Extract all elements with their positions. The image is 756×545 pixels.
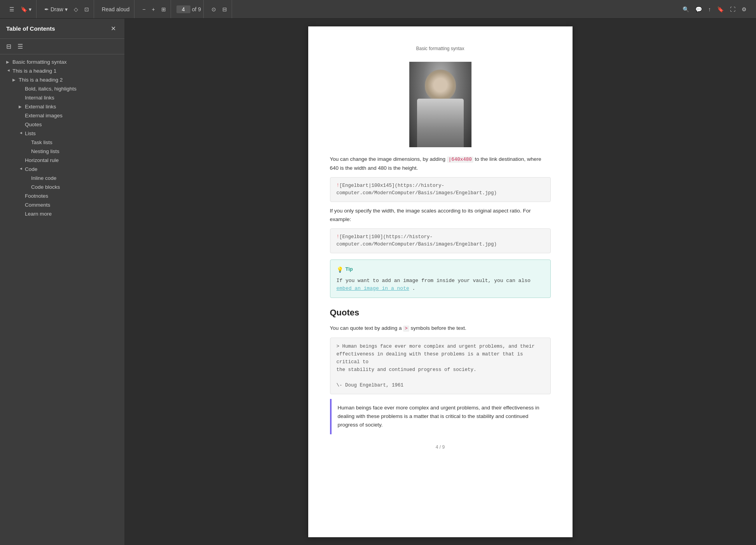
- toc-item-quotes[interactable]: Quotes: [0, 120, 124, 129]
- fullscreen-icon: ⛶: [730, 6, 735, 12]
- fit-page-icon: ⊞: [161, 6, 166, 12]
- layout-button[interactable]: ⊡: [82, 5, 91, 14]
- quotes-heading: Quotes: [330, 306, 551, 319]
- toc-item-footnotes[interactable]: Footnotes: [0, 192, 124, 200]
- toolbar-group-read: Read aloud: [97, 0, 135, 18]
- compare-button[interactable]: ⊟: [220, 5, 229, 14]
- toc-label-h1: This is a heading 1: [12, 68, 121, 74]
- toc-item-inline-code[interactable]: Inline code: [0, 174, 124, 183]
- toc-label-h2: This is a heading 2: [19, 77, 121, 83]
- bookmark-chevron: ▾: [29, 6, 31, 12]
- toc-label-basic: Basic formatting syntax: [12, 59, 121, 65]
- toc-label-task: Task lists: [31, 139, 121, 145]
- toc-arrow-h1: ▼: [7, 69, 11, 73]
- bq-line1: > Human beings face ever more complex an…: [337, 344, 535, 349]
- toc-item-basic-formatting[interactable]: ▶ Basic formatting syntax: [0, 57, 124, 66]
- eraser-button[interactable]: ◇: [72, 5, 80, 14]
- toc-arrow-basic: ▶: [6, 60, 11, 64]
- toolbar-group-zoom: − + ⊞: [138, 0, 171, 18]
- inline-code-dimensions: |640x480: [447, 157, 473, 163]
- toc-item-external-images[interactable]: External images: [0, 111, 124, 120]
- sidebar: Table of Contents ✕ ⊟ ☰ ▶ Basic formatti…: [0, 19, 124, 545]
- draw-label: Draw: [51, 6, 63, 12]
- bookmark2-button[interactable]: 🔖: [715, 5, 726, 14]
- toolbar-group-menu: ☰ 🔖 ▾: [5, 0, 37, 18]
- share-button[interactable]: ↑: [706, 5, 713, 14]
- toc-item-code[interactable]: ▼ Code: [0, 165, 124, 174]
- zoom-out-button[interactable]: −: [140, 5, 148, 14]
- navigate-icon: ⊙: [211, 6, 216, 12]
- bq-line3: the stability and continued progress of …: [337, 367, 477, 373]
- toc-item-external-links[interactable]: ▶ External links: [0, 102, 124, 111]
- toolbar-group-actions: 🔍 💬 ↑ 🔖 ⛶ ⚙: [678, 0, 751, 18]
- read-aloud-label: Read aloud: [102, 6, 130, 12]
- tip-title: 💡 Tip: [337, 265, 544, 274]
- toc-label-ext-img: External images: [25, 113, 121, 118]
- draw-pen-icon: ✒: [44, 6, 49, 12]
- para-width-only: If you only specify the width, the image…: [330, 207, 551, 224]
- eraser-icon: ◇: [74, 6, 78, 12]
- page-number-input[interactable]: 4: [176, 5, 190, 13]
- tip-link[interactable]: embed an image in a note: [337, 286, 409, 291]
- toc-label-code: Code: [25, 166, 121, 172]
- read-aloud-button[interactable]: Read aloud: [100, 5, 132, 14]
- page-header: Basic formatting syntax: [330, 45, 551, 52]
- sidebar-close-button[interactable]: ✕: [108, 24, 118, 33]
- zoom-in-icon: +: [152, 6, 155, 12]
- draw-chevron: ▾: [65, 6, 68, 12]
- toc-label-nesting: Nesting lists: [31, 148, 121, 154]
- thumbnail-view-button[interactable]: ⊟: [6, 43, 11, 50]
- comment-icon: 💬: [695, 6, 702, 12]
- toc-item-heading2[interactable]: ▶ This is a heading 2: [0, 75, 124, 84]
- toolbar-group-nav: ⊙ ⊟: [207, 0, 232, 18]
- toc-label-code-blocks: Code blocks: [31, 184, 121, 190]
- search-button[interactable]: 🔍: [680, 5, 691, 14]
- list-view-button[interactable]: ☰: [17, 43, 23, 50]
- zoom-in-button[interactable]: +: [149, 5, 157, 14]
- code1-text1: [Engelbart|100x145](https://history-: [339, 183, 444, 188]
- draw-button[interactable]: ✒ Draw ▾: [42, 5, 70, 14]
- toc-label-inline-code: Inline code: [31, 175, 121, 181]
- toc-item-code-blocks[interactable]: Code blocks: [0, 183, 124, 192]
- toc-item-heading1[interactable]: ▼ This is a heading 1: [0, 66, 124, 75]
- toc-item-learn-more[interactable]: Learn more: [0, 209, 124, 218]
- fit-page-button[interactable]: ⊞: [159, 5, 168, 14]
- para1-text: You can change the image dimensions, by …: [330, 156, 445, 162]
- navigate-button[interactable]: ⊙: [209, 5, 218, 14]
- toc-arrow-lists: ▼: [19, 131, 23, 136]
- toc-item-internal-links[interactable]: Internal links: [0, 93, 124, 102]
- fullscreen-button[interactable]: ⛶: [728, 5, 738, 14]
- toc-item-nesting-lists[interactable]: Nesting lists: [0, 147, 124, 156]
- toc-label-hr: Horizontal rule: [25, 157, 121, 163]
- bq-line2: effectiveness in dealing with these prob…: [337, 352, 523, 365]
- toc-label-footnotes: Footnotes: [25, 193, 121, 199]
- toc-arrow-external: ▶: [19, 104, 23, 109]
- tip-content: If you want to add an image from inside …: [337, 277, 544, 292]
- toc-item-bold-italics[interactable]: Bold, italics, highlights: [0, 84, 124, 93]
- bookmark-button[interactable]: 🔖 ▾: [18, 5, 34, 14]
- thumbnail-icon: ⊟: [6, 43, 11, 50]
- share-icon: ↑: [708, 6, 711, 12]
- tip-text1: If you want to add an image from inside …: [337, 278, 531, 284]
- toc-arrow-h2: ▶: [12, 78, 17, 82]
- tip-title-text: Tip: [346, 265, 353, 273]
- menu-button[interactable]: ☰: [7, 5, 17, 14]
- toc-item-lists[interactable]: ▼ Lists: [0, 129, 124, 138]
- toc-label-internal: Internal links: [25, 95, 121, 101]
- toc-item-comments[interactable]: Comments: [0, 200, 124, 209]
- quotes-text1: You can quote text by adding a: [330, 325, 402, 331]
- tip-box: 💡 Tip If you want to add an image from i…: [330, 259, 551, 298]
- sidebar-icons: ⊟ ☰: [0, 39, 124, 54]
- comment-button[interactable]: 💬: [693, 5, 704, 14]
- inline-code-gt: >: [403, 326, 409, 332]
- zoom-out-icon: −: [142, 6, 145, 12]
- page-image: [409, 62, 471, 147]
- bq-rendered-text: Human beings face ever more complex and …: [338, 405, 540, 428]
- code1-pink: !: [337, 183, 340, 188]
- layout-icon: ⊡: [84, 6, 89, 12]
- settings-button[interactable]: ⚙: [739, 5, 749, 14]
- toc-item-task-lists[interactable]: Task lists: [0, 138, 124, 147]
- tip-text2: .: [412, 286, 416, 291]
- toc-item-horizontal-rule[interactable]: Horizontal rule: [0, 156, 124, 165]
- code2-text1: [Engelbart|100](https://history-: [339, 234, 433, 240]
